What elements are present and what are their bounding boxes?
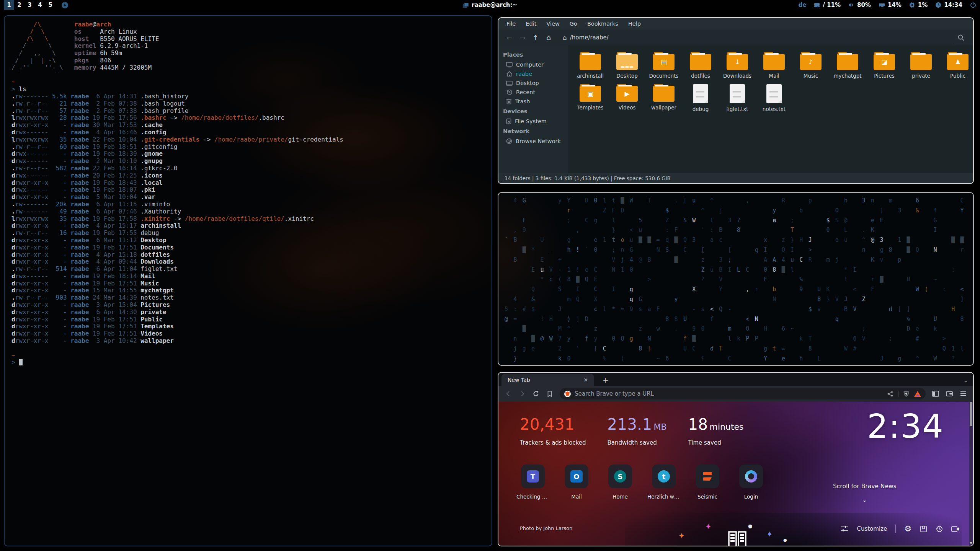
ntp-clock: 2:34: [867, 407, 944, 445]
cards-icon[interactable]: [920, 525, 927, 533]
memory-widget[interactable]: 14%: [879, 2, 902, 8]
forward-button[interactable]: →: [516, 32, 529, 43]
sidebar-item-home-raabe[interactable]: raabe: [503, 69, 568, 78]
workspace-2[interactable]: 2: [14, 0, 24, 10]
clock-widget[interactable]: 14:34: [935, 2, 962, 8]
customize-sliders-icon[interactable]: [841, 525, 848, 532]
stat-time-saved: 18minutes Time saved: [688, 416, 744, 446]
menu-edit[interactable]: Edit: [521, 20, 541, 28]
sidebar-item-trash[interactable]: Trash: [503, 97, 568, 106]
cpu-icon: [909, 2, 915, 8]
path-text: /home/raabe/: [570, 34, 609, 41]
settings-gear-icon[interactable]: ⚙: [904, 524, 911, 533]
power-widget[interactable]: [970, 2, 976, 8]
sidebar-item-browse-network[interactable]: Browse Network: [503, 137, 568, 146]
brave-rewards-icon[interactable]: [914, 391, 921, 397]
shortcut-teams[interactable]: T Checking y…: [516, 465, 550, 500]
volume-widget[interactable]: 80%: [848, 2, 871, 8]
path-bar[interactable]: ⌂ /home/raabe/: [560, 32, 953, 43]
sidebar-toggle-icon[interactable]: [929, 388, 942, 400]
matrix-rain: 4G yY D01t█W T .[u ^ , R p h 3n m 6 C r …: [498, 193, 973, 364]
loop-icon: [745, 470, 757, 483]
bookmark-icon[interactable]: [544, 388, 556, 400]
search-icon[interactable]: [953, 34, 969, 41]
file-list-view[interactable]: archinstall▬▬▬Desktop▤Documentsdotfiles↓…: [568, 46, 974, 173]
reload-icon[interactable]: [530, 388, 542, 400]
menu-view[interactable]: View: [542, 20, 564, 28]
layout-indicator-icon[interactable]: ▶: [62, 2, 68, 8]
sidebar-item-desktop[interactable]: Desktop: [503, 78, 568, 88]
stat-trackers-blocked: 20,431 Trackers & ads blocked: [520, 416, 586, 446]
menu-go[interactable]: Go: [565, 20, 581, 28]
url-bar[interactable]: Search Brave or type a URL: [560, 388, 926, 399]
file-item-private[interactable]: private: [903, 51, 939, 79]
workspace-4[interactable]: 4: [35, 0, 45, 10]
menu-file[interactable]: File: [502, 20, 520, 28]
page-scrollbar[interactable]: ▼: [969, 402, 973, 546]
back-button[interactable]: ←: [503, 32, 516, 43]
brave-shields-icon[interactable]: [903, 390, 910, 397]
terminal-window[interactable]: /\ raabe@arch / \ os Arch Linux /\ \ hos…: [4, 15, 492, 546]
file-item-dotfiles[interactable]: dotfiles: [682, 51, 719, 79]
cpu-widget[interactable]: 1%: [909, 2, 928, 8]
matrix-terminal-window[interactable]: 4G yY D01t█W T .[u ^ , R p h 3n m 6 C r …: [498, 192, 974, 366]
url-placeholder: Search Brave or type a URL: [575, 390, 883, 397]
workspace-1[interactable]: 1: [4, 0, 14, 10]
menu-help[interactable]: Help: [624, 20, 645, 28]
background-video-icon[interactable]: [951, 526, 959, 532]
file-item-mychatgpt[interactable]: mychatgpt: [829, 51, 866, 79]
news-chevron-icon[interactable]: ⌄: [862, 497, 867, 504]
tab-search-chevron-icon[interactable]: ⌄: [964, 378, 968, 386]
brave-browser-window[interactable]: New Tab ✕ + ⌄ Search Brave or type a URL: [498, 372, 974, 546]
file-item-Music[interactable]: ♪Music: [792, 51, 829, 79]
tab-new-tab[interactable]: New Tab ✕: [501, 374, 594, 386]
browser-forward-icon[interactable]: [516, 388, 528, 400]
brave-news-book-icon[interactable]: [727, 530, 747, 546]
shortcut-mail[interactable]: O Mail: [560, 465, 593, 500]
scrollbar-down-arrow[interactable]: ▼: [969, 541, 973, 545]
file-manager-window[interactable]: File Edit View Go Bookmarks Help ← → ↑ ⌂…: [498, 17, 974, 184]
desktop-icon: [506, 80, 513, 86]
file-item-Templates[interactable]: ▣Templates: [572, 83, 609, 112]
file-item-Public[interactable]: ♟Public: [939, 51, 974, 79]
file-item-debug[interactable]: debug: [682, 83, 719, 112]
up-button[interactable]: ↑: [529, 32, 542, 43]
sparkle-pink: ✦: [705, 522, 712, 531]
tab-close-icon[interactable]: ✕: [581, 376, 590, 384]
shortcut-tumblr[interactable]: t Herzlich will…: [647, 465, 681, 500]
sidebar-item-computer[interactable]: Computer: [503, 60, 568, 69]
scrollbar-thumb[interactable]: [970, 402, 972, 426]
new-tab-page: 20,431 Trackers & ads blocked 213.1MB Ba…: [498, 402, 973, 546]
file-item-Documents[interactable]: ▤Documents: [645, 51, 682, 79]
shortcut-login[interactable]: Login: [734, 465, 768, 500]
sidebar-item-recent[interactable]: Recent: [503, 88, 568, 97]
keyboard-layout[interactable]: de: [798, 2, 806, 8]
disk-widget[interactable]: / 11%: [814, 2, 841, 8]
workspace-3[interactable]: 3: [24, 0, 35, 10]
workspace-5[interactable]: 5: [45, 0, 56, 10]
menu-bookmarks[interactable]: Bookmarks: [583, 20, 622, 28]
file-item-Pictures[interactable]: ◪Pictures: [866, 51, 903, 79]
file-item-Mail[interactable]: Mail: [756, 51, 792, 79]
sidebar-item-filesystem[interactable]: File System: [503, 117, 568, 126]
share-icon[interactable]: [887, 391, 893, 397]
folder-icon: [910, 54, 932, 70]
new-tab-button[interactable]: +: [599, 376, 612, 386]
file-item-wallpaper[interactable]: wallpaper: [645, 83, 682, 112]
file-item-figlet.txt[interactable]: figlet.txt: [719, 83, 756, 112]
home-button[interactable]: ⌂: [542, 32, 555, 43]
browser-back-icon[interactable]: [502, 388, 514, 400]
history-icon[interactable]: [936, 525, 943, 533]
shortcut-home[interactable]: S Home: [603, 465, 637, 500]
file-item-notes.txt[interactable]: notes.txt: [756, 83, 792, 112]
file-item-Videos[interactable]: ▶Videos: [609, 83, 645, 112]
browser-menu-icon[interactable]: [957, 388, 969, 400]
file-item-archinstall[interactable]: archinstall: [572, 51, 609, 79]
file-item-Desktop[interactable]: ▬▬▬Desktop: [609, 51, 645, 79]
file-label: Downloads: [723, 73, 751, 79]
file-item-Downloads[interactable]: ↓Downloads: [719, 51, 756, 79]
wallet-icon[interactable]: [943, 388, 956, 400]
customize-button[interactable]: Customize: [857, 525, 887, 532]
folder-icon: [580, 54, 601, 70]
shortcut-seismic[interactable]: Seismic: [691, 465, 724, 500]
